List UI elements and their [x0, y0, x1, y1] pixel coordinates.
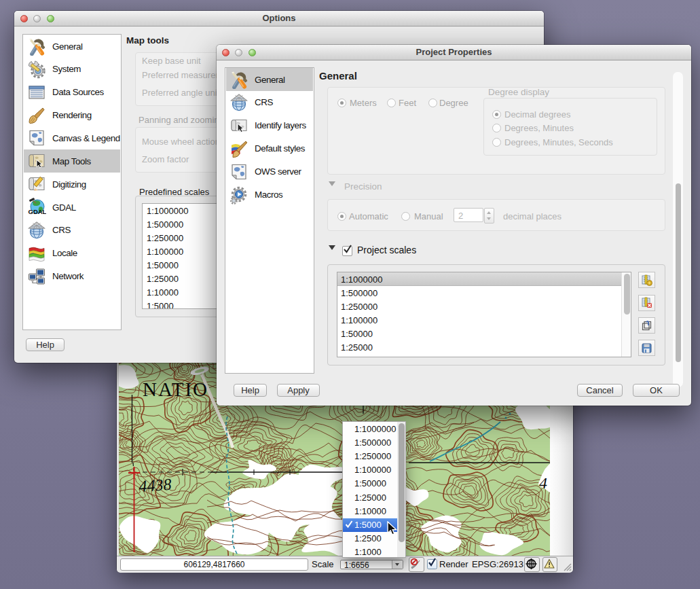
svg-text:GDAL: GDAL	[29, 208, 47, 215]
svg-text:4: 4	[539, 474, 547, 492]
svg-text:4438: 4438	[139, 476, 172, 495]
svg-text:NATIO: NATIO	[143, 378, 208, 400]
